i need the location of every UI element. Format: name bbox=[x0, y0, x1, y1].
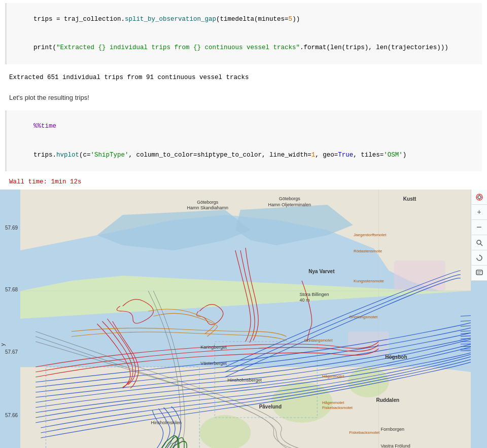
timing-cell: Wall time: 1min 12s bbox=[0, 174, 487, 190]
code-text: (timedelta(minutes= bbox=[216, 16, 289, 23]
code-text: 5 bbox=[289, 16, 293, 23]
code-cell-2: %%time trips.hvplot(c='ShipType', column… bbox=[0, 107, 487, 175]
y-tick-2: 57.68 bbox=[5, 287, 18, 292]
svg-point-24 bbox=[477, 240, 481, 244]
map-toolbar: + − bbox=[471, 190, 487, 281]
code-text: 'OSM' bbox=[384, 152, 403, 159]
prose-cell-1: Let's plot the resulting trips! bbox=[0, 88, 487, 107]
code-line-2: print("Extracted {} individual trips fro… bbox=[11, 33, 478, 62]
code-line-hvplot: trips.hvplot(c='ShipType', column_to_col… bbox=[11, 141, 478, 169]
y-tick-4: 57.66 bbox=[5, 413, 18, 418]
code-block-1: trips = traj_collection.split_by_observa… bbox=[5, 3, 482, 64]
code-text: trips. bbox=[33, 152, 56, 159]
y-axis-label: y bbox=[0, 343, 6, 346]
toolbar-refresh-btn[interactable] bbox=[472, 250, 487, 266]
svg-point-18 bbox=[478, 196, 481, 199]
code-text: hvplot bbox=[56, 152, 79, 159]
code-text: %%time bbox=[33, 123, 56, 130]
code-text: )) bbox=[292, 16, 300, 23]
output-text-1: Extracted 651 individual trips from 91 c… bbox=[5, 70, 482, 85]
svg-marker-26 bbox=[479, 254, 481, 256]
map-base[interactable]: GöteborgsHamn Skandiahamn GöteborgsHamn … bbox=[20, 190, 471, 448]
code-text: (c= bbox=[79, 152, 91, 159]
code-text: ) bbox=[403, 152, 407, 159]
code-text: print( bbox=[33, 44, 56, 51]
svg-rect-11 bbox=[394, 260, 445, 291]
toolbar-settings-btn[interactable] bbox=[472, 190, 487, 205]
map-svg bbox=[20, 190, 471, 448]
timing-text: Wall time: 1min 12s bbox=[5, 177, 482, 186]
code-text: , tiles= bbox=[353, 152, 384, 159]
toolbar-zoom-in-btn[interactable]: + bbox=[472, 205, 487, 220]
code-text: , geo= bbox=[315, 152, 338, 159]
code-text: trips = traj_collection. bbox=[33, 16, 125, 23]
prose-text-1: Let's plot the resulting trips! bbox=[5, 91, 482, 104]
code-text: , column_to_color=shiptype_to_color, lin… bbox=[129, 152, 311, 159]
y-tick-1: 57.69 bbox=[5, 225, 18, 231]
code-block-2: %%time trips.hvplot(c='ShipType', column… bbox=[5, 110, 482, 172]
toolbar-comment-btn[interactable] bbox=[472, 266, 487, 281]
code-line-1: trips = traj_collection.split_by_observa… bbox=[11, 5, 478, 33]
map-container: y 57.69 57.68 57.67 57.66 57.65 bbox=[0, 190, 487, 448]
y-tick-3: 57.67 bbox=[5, 349, 18, 355]
code-text: 'ShipType' bbox=[91, 152, 129, 159]
code-text: split_by_observation_gap bbox=[125, 16, 216, 23]
svg-line-25 bbox=[480, 244, 482, 246]
code-cell-1: trips = traj_collection.split_by_observa… bbox=[0, 0, 487, 67]
code-text: .format(len(trips), len(trajectories))) bbox=[300, 44, 448, 51]
code-text: "Extracted {} individual trips from {} c… bbox=[56, 44, 300, 51]
toolbar-search-btn[interactable] bbox=[472, 235, 487, 250]
code-line-time: %%time bbox=[11, 113, 478, 141]
svg-rect-27 bbox=[476, 270, 482, 275]
code-text: True bbox=[338, 152, 353, 159]
output-cell-1: Extracted 651 individual trips from 91 c… bbox=[0, 67, 487, 88]
toolbar-zoom-out-btn[interactable]: − bbox=[472, 220, 487, 235]
